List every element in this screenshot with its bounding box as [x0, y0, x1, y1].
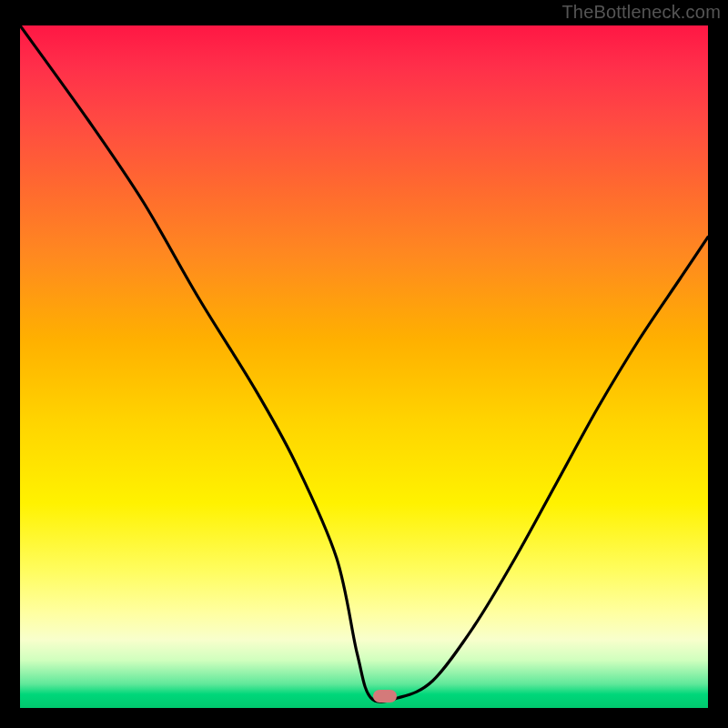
bottleneck-curve — [20, 25, 708, 708]
plot-area — [20, 25, 708, 708]
optimal-marker — [373, 690, 397, 703]
watermark-text: TheBottleneck.com — [561, 2, 721, 23]
chart-stage: TheBottleneck.com — [0, 0, 728, 728]
curve-path — [20, 25, 708, 702]
